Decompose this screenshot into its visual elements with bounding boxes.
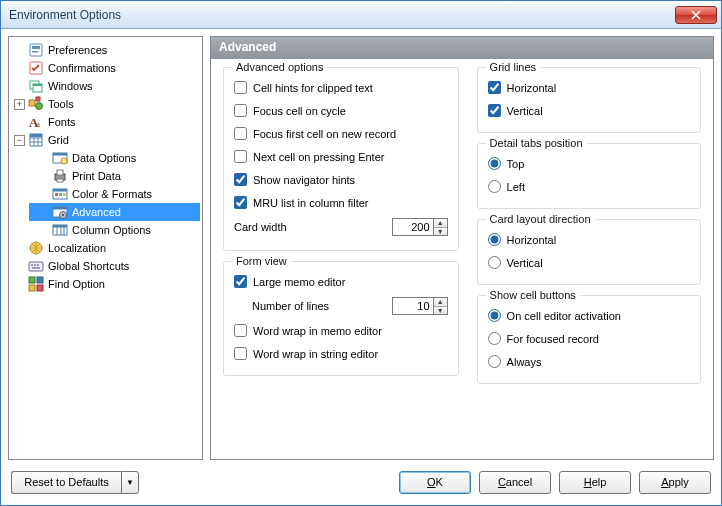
collapse-icon[interactable]: − <box>14 135 25 146</box>
svg-rect-39 <box>29 285 35 291</box>
radio-sc-activation[interactable] <box>488 309 501 322</box>
tree-item-label: Advanced <box>72 206 196 218</box>
group-grid-lines: Grid lines Horizontal Vertical <box>477 67 701 133</box>
help-button[interactable]: Help <box>559 471 631 494</box>
svg-rect-18 <box>57 170 63 175</box>
tree-item-global-shortcuts[interactable]: Global Shortcuts <box>11 257 200 275</box>
checkbox-focus-cycle[interactable] <box>234 104 247 117</box>
cancel-button[interactable]: Cancel <box>479 471 551 494</box>
colorformat-icon <box>52 186 68 202</box>
opt-ww-memo[interactable]: Word wrap in memo editor <box>234 319 448 342</box>
opt-next-cell-enter[interactable]: Next cell on pressing Enter <box>234 145 448 168</box>
tree-item-label: Fonts <box>48 116 196 128</box>
opt-cl-horizontal[interactable]: Horizontal <box>488 228 690 251</box>
title-bar: Environment Options <box>1 1 721 29</box>
tree-item-color-formats[interactable]: Color & Formats <box>29 185 200 203</box>
opt-sc-focused[interactable]: For focused record <box>488 327 690 350</box>
opt-cl-vertical[interactable]: Vertical <box>488 251 690 274</box>
opt-gl-horizontal[interactable]: Horizontal <box>488 76 690 99</box>
opt-large-memo[interactable]: Large memo editor <box>234 270 448 293</box>
tree-item-preferences[interactable]: Preferences <box>11 41 200 59</box>
columns-icon <box>52 222 68 238</box>
svg-rect-38 <box>37 277 43 283</box>
spin-up-icon[interactable]: ▲ <box>434 219 447 228</box>
checkbox-mru-list[interactable] <box>234 196 247 209</box>
svg-rect-19 <box>57 179 63 182</box>
opt-sc-activation[interactable]: On cell editor activation <box>488 304 690 327</box>
opt-ww-string[interactable]: Word wrap in string editor <box>234 342 448 365</box>
spin-down-icon[interactable]: ▼ <box>434 307 447 315</box>
tree-item-label: Confirmations <box>48 62 196 74</box>
checkbox-gl-horizontal[interactable] <box>488 81 501 94</box>
ok-button[interactable]: OK <box>399 471 471 494</box>
tree-item-fonts[interactable]: AaFonts <box>11 113 200 131</box>
group-advanced-options: Advanced options Cell hints for clipped … <box>223 67 459 251</box>
opt-dt-left[interactable]: Left <box>488 175 690 198</box>
tree-item-confirmations[interactable]: Confirmations <box>11 59 200 77</box>
checkbox-next-cell-enter[interactable] <box>234 150 247 163</box>
tree-item-print-data[interactable]: Print Data <box>29 167 200 185</box>
radio-cl-horizontal[interactable] <box>488 233 501 246</box>
tree-item-tools[interactable]: +Tools <box>11 95 200 113</box>
opt-mru-list[interactable]: MRU list in column filter <box>234 191 448 214</box>
tree-item-label: Color & Formats <box>72 188 196 200</box>
tree-item-data-options[interactable]: Data Options <box>29 149 200 167</box>
svg-rect-6 <box>33 84 42 86</box>
opt-gl-vertical[interactable]: Vertical <box>488 99 690 122</box>
svg-rect-2 <box>32 51 38 53</box>
close-icon <box>691 10 701 20</box>
svg-rect-23 <box>59 193 62 196</box>
tree-item-label: Find Option <box>48 278 196 290</box>
svg-rect-21 <box>53 189 67 192</box>
input-card-width[interactable] <box>392 218 434 236</box>
tree-item-grid[interactable]: −Grid <box>11 131 200 149</box>
tree-item-column-options[interactable]: Column Options <box>29 221 200 239</box>
panel-title: Advanced <box>211 37 713 59</box>
reset-defaults-dropdown[interactable]: ▼ <box>121 471 139 494</box>
find-icon <box>28 276 44 292</box>
panel-body: Advanced options Cell hints for clipped … <box>211 59 713 459</box>
checkbox-large-memo[interactable] <box>234 275 247 288</box>
checkbox-ww-memo[interactable] <box>234 324 247 337</box>
legend: Detail tabs position <box>486 137 587 149</box>
group-card-layout: Card layout direction Horizontal Vertica… <box>477 219 701 285</box>
radio-cl-vertical[interactable] <box>488 256 501 269</box>
tree-item-localization[interactable]: Localization <box>11 239 200 257</box>
tree-item-label: Print Data <box>72 170 196 182</box>
expand-icon[interactable]: + <box>14 99 25 110</box>
checkbox-focus-first[interactable] <box>234 127 247 140</box>
close-button[interactable] <box>675 6 717 24</box>
opt-sc-always[interactable]: Always <box>488 350 690 373</box>
svg-rect-1 <box>32 46 40 49</box>
svg-point-16 <box>61 158 67 164</box>
radio-dt-left[interactable] <box>488 180 501 193</box>
tree-item-label: Column Options <box>72 224 196 236</box>
svg-rect-34 <box>34 264 36 266</box>
opt-show-nav-hints[interactable]: Show navigator hints <box>234 168 448 191</box>
checkbox-cell-hints[interactable] <box>234 81 247 94</box>
svg-rect-30 <box>53 225 67 228</box>
opt-cell-hints[interactable]: Cell hints for clipped text <box>234 76 448 99</box>
opt-focus-first[interactable]: Focus first cell on new record <box>234 122 448 145</box>
apply-button[interactable]: Apply <box>639 471 711 494</box>
svg-rect-0 <box>30 44 42 56</box>
opt-focus-cycle[interactable]: Focus cell on cycle <box>234 99 448 122</box>
tree-item-windows[interactable]: Windows <box>11 77 200 95</box>
spin-up-icon[interactable]: ▲ <box>434 298 447 307</box>
opt-dt-top[interactable]: Top <box>488 152 690 175</box>
radio-dt-top[interactable] <box>488 157 501 170</box>
checkbox-ww-string[interactable] <box>234 347 247 360</box>
tools-icon <box>28 96 44 112</box>
grid-icon <box>28 132 44 148</box>
checkbox-show-nav-hints[interactable] <box>234 173 247 186</box>
group-show-cell-buttons: Show cell buttons On cell editor activat… <box>477 295 701 384</box>
tree-item-advanced[interactable]: Advanced <box>29 203 200 221</box>
spin-down-icon[interactable]: ▼ <box>434 228 447 236</box>
checkbox-gl-vertical[interactable] <box>488 104 501 117</box>
input-num-lines[interactable] <box>392 297 434 315</box>
svg-rect-32 <box>29 262 43 271</box>
tree-item-find-option[interactable]: Find Option <box>11 275 200 293</box>
radio-sc-focused[interactable] <box>488 332 501 345</box>
reset-defaults-button[interactable]: Reset to Defaults <box>11 471 121 494</box>
radio-sc-always[interactable] <box>488 355 501 368</box>
